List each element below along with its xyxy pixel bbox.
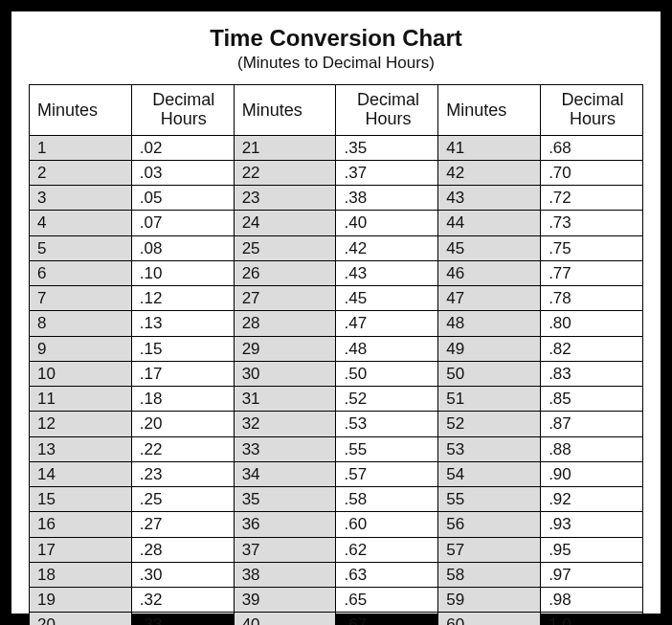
table-row: 5.0825.4245.75	[30, 235, 643, 260]
cell-decimal: .50	[336, 361, 438, 386]
cell-decimal: .60	[336, 512, 438, 537]
cell-decimal: .57	[336, 461, 438, 486]
cell-minutes: 7	[30, 286, 132, 311]
cell-minutes: 52	[438, 412, 541, 436]
cell-decimal: .27	[131, 512, 234, 537]
page-subtitle: (Minutes to Decimal Hours)	[29, 54, 643, 73]
cell-minutes: 59	[438, 588, 541, 613]
cell-minutes: 2	[30, 160, 132, 185]
cell-decimal: .40	[336, 211, 438, 235]
cell-decimal: .73	[541, 211, 643, 235]
cell-decimal: .48	[336, 336, 438, 361]
cell-decimal: .22	[131, 436, 234, 461]
conversion-table: Minutes DecimalHours Minutes DecimalHour…	[29, 84, 643, 625]
cell-minutes: 21	[234, 135, 336, 160]
cell-minutes: 41	[438, 135, 541, 160]
cell-decimal: .45	[336, 286, 438, 311]
cell-minutes: 50	[438, 361, 541, 386]
cell-decimal: .62	[336, 537, 438, 562]
cell-decimal: .77	[541, 260, 643, 285]
table-row: 11.1831.5251.85	[30, 387, 643, 412]
cell-minutes: 3	[30, 186, 132, 211]
cell-decimal: .08	[131, 235, 234, 260]
cell-decimal: .43	[336, 260, 438, 285]
cell-decimal: .68	[541, 135, 643, 160]
table-row: 18.3038.6358.97	[30, 562, 643, 587]
col-header-decimal: DecimalHours	[131, 85, 234, 136]
cell-decimal: .20	[131, 412, 234, 436]
cell-minutes: 23	[234, 186, 336, 211]
cell-decimal: .87	[541, 412, 643, 436]
table-row: 17.2837.6257.95	[30, 537, 643, 562]
cell-decimal: .92	[541, 487, 643, 512]
cell-decimal: .58	[336, 487, 438, 512]
cell-decimal: .30	[131, 562, 234, 587]
cell-minutes: 56	[438, 512, 541, 537]
cell-minutes: 37	[234, 537, 336, 562]
table-row: 4.0724.4044.73	[30, 211, 643, 235]
cell-minutes: 16	[30, 512, 132, 537]
cell-minutes: 11	[30, 387, 132, 412]
col-header-minutes: Minutes	[438, 85, 541, 136]
cell-decimal: .53	[336, 412, 438, 436]
cell-decimal: .52	[336, 387, 438, 412]
cell-decimal: .13	[131, 311, 234, 336]
cell-minutes: 39	[234, 588, 336, 613]
table-row: 15.2535.5855.92	[30, 487, 643, 512]
cell-minutes: 60	[438, 613, 541, 625]
cell-decimal: .12	[131, 286, 234, 311]
cell-minutes: 47	[438, 286, 541, 311]
cell-minutes: 33	[234, 436, 336, 461]
cell-decimal: .07	[131, 211, 234, 235]
cell-minutes: 29	[234, 336, 336, 361]
table-row: 14.2334.5754.90	[30, 461, 643, 486]
cell-minutes: 6	[30, 260, 132, 285]
table-row: 12.2032.5352.87	[30, 412, 643, 436]
cell-minutes: 19	[30, 588, 132, 613]
cell-decimal: .98	[541, 588, 643, 613]
cell-minutes: 27	[234, 286, 336, 311]
cell-minutes: 44	[438, 211, 541, 235]
cell-decimal: .85	[541, 387, 643, 412]
cell-decimal: .47	[336, 311, 438, 336]
col-header-decimal: DecimalHours	[336, 85, 438, 136]
page-title: Time Conversion Chart	[29, 25, 643, 52]
cell-decimal: .63	[336, 562, 438, 587]
table-row: 20.3340.67601.0	[30, 613, 643, 625]
cell-minutes: 45	[438, 235, 541, 260]
cell-decimal: .88	[541, 436, 643, 461]
cell-decimal: 1.0	[541, 613, 643, 625]
cell-decimal: .78	[541, 286, 643, 311]
cell-decimal: .35	[336, 135, 438, 160]
cell-minutes: 24	[234, 211, 336, 235]
cell-decimal: .32	[131, 588, 234, 613]
cell-decimal: .28	[131, 537, 234, 562]
cell-decimal: .25	[131, 487, 234, 512]
cell-minutes: 58	[438, 562, 541, 587]
cell-minutes: 13	[30, 436, 132, 461]
cell-minutes: 1	[30, 135, 132, 160]
cell-decimal: .97	[541, 562, 643, 587]
cell-minutes: 12	[30, 412, 132, 436]
cell-minutes: 35	[234, 487, 336, 512]
cell-decimal: .37	[336, 160, 438, 185]
cell-minutes: 55	[438, 487, 541, 512]
cell-minutes: 48	[438, 311, 541, 336]
cell-minutes: 32	[234, 412, 336, 436]
cell-minutes: 5	[30, 235, 132, 260]
cell-minutes: 25	[234, 235, 336, 260]
cell-minutes: 17	[30, 537, 132, 562]
table-row: 9.1529.4849.82	[30, 336, 643, 361]
cell-decimal: .23	[131, 461, 234, 486]
cell-minutes: 22	[234, 160, 336, 185]
cell-decimal: .72	[541, 186, 643, 211]
cell-minutes: 28	[234, 311, 336, 336]
cell-decimal: .80	[541, 311, 643, 336]
table-row: 2.0322.3742.70	[30, 160, 643, 185]
cell-minutes: 34	[234, 461, 336, 486]
cell-minutes: 9	[30, 336, 132, 361]
cell-decimal: .95	[541, 537, 643, 562]
cell-decimal: .90	[541, 461, 643, 486]
col-header-minutes: Minutes	[234, 85, 336, 136]
cell-decimal: .17	[131, 361, 234, 386]
